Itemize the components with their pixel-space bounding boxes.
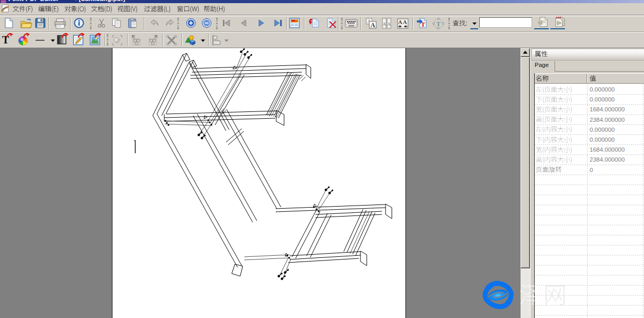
- svg-text:T: T: [436, 20, 441, 28]
- svg-text:A: A: [370, 21, 375, 29]
- svg-text:A: A: [403, 19, 407, 25]
- svg-text:A: A: [382, 21, 386, 27]
- svg-text:A: A: [387, 21, 391, 27]
- svg-text:A: A: [398, 19, 402, 25]
